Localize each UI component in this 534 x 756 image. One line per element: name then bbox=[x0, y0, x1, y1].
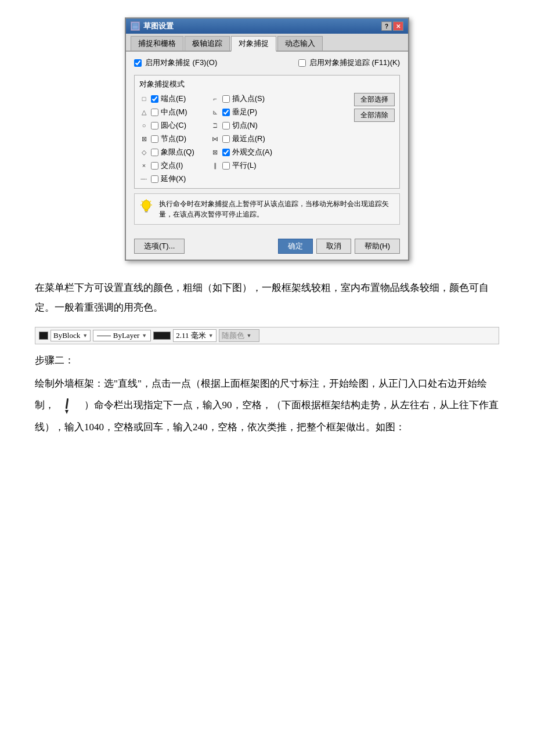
tab-object-snap[interactable]: 对象捕捉 bbox=[231, 36, 276, 52]
insert-label: 插入点(S) bbox=[232, 93, 265, 104]
node-label: 节点(D) bbox=[161, 134, 186, 144]
close-button[interactable]: ✕ bbox=[393, 21, 403, 31]
apparent-checkbox[interactable] bbox=[222, 149, 230, 156]
center-icon: ○ bbox=[139, 121, 149, 130]
bulb-icon bbox=[139, 199, 153, 217]
svg-line-6 bbox=[142, 201, 143, 202]
color-mode-dropdown[interactable]: 随颜色 ▼ bbox=[219, 329, 259, 342]
endpoint-label: 端点(E) bbox=[161, 93, 186, 104]
enable-snap-checkbox[interactable] bbox=[134, 59, 142, 67]
endpoint-icon: □ bbox=[139, 94, 149, 103]
snap-center: ○ 圆心(C) bbox=[139, 120, 194, 131]
bylayer-label: ByLayer bbox=[113, 331, 139, 340]
step-text-part2: ）命令栏出现指定下一点，输入90，空格，（下面根据框架结构走势，从左往右，从上往… bbox=[35, 399, 499, 432]
dialog-footer: 选项(T)... 确定 取消 帮助(H) bbox=[126, 235, 408, 260]
svg-marker-10 bbox=[65, 410, 68, 414]
snap-nearest: ⋈ 最近点(R) bbox=[211, 133, 272, 145]
toolbar-strip: ByBlock ▼ ByLayer ▼ 2.11 毫米 ▼ 随颜色 ▼ bbox=[35, 327, 499, 344]
byblock-label: ByBlock bbox=[53, 331, 80, 340]
midpoint-checkbox[interactable] bbox=[151, 109, 158, 116]
midpoint-icon: △ bbox=[139, 107, 149, 117]
snap-quadrant: ◇ 象限点(Q) bbox=[139, 146, 194, 158]
quadrant-label: 象限点(Q) bbox=[161, 147, 194, 157]
cursor-svg bbox=[60, 397, 78, 415]
intersection-icon: × bbox=[139, 161, 149, 170]
titlebar-controls: ? ✕ bbox=[381, 21, 403, 31]
dialog-wrapper: 草图设置 ? ✕ 捕捉和栅格 极轴追踪 对象捕捉 动态输入 启用对象捕捉 (F3… bbox=[35, 17, 499, 261]
dialog-icon bbox=[131, 21, 140, 31]
insert-checkbox[interactable] bbox=[222, 95, 230, 103]
clear-all-button[interactable]: 全部清除 bbox=[354, 109, 395, 122]
parallel-label: 平行(L) bbox=[232, 160, 257, 171]
snap-apparent: ⊠ 外观交点(A) bbox=[211, 146, 272, 158]
snap-extension: —· 延伸(X) bbox=[139, 173, 194, 185]
parallel-checkbox[interactable] bbox=[222, 162, 230, 170]
node-checkbox[interactable] bbox=[151, 135, 158, 143]
parallel-icon: ∥ bbox=[211, 161, 220, 170]
tangent-checkbox[interactable] bbox=[222, 122, 230, 129]
svg-rect-0 bbox=[132, 23, 138, 29]
draft-settings-dialog: 草图设置 ? ✕ 捕捉和栅格 极轴追踪 对象捕捉 动态输入 启用对象捕捉 (F3… bbox=[125, 17, 409, 261]
nearest-checkbox[interactable] bbox=[222, 135, 230, 143]
node-icon: ⊠ bbox=[139, 134, 149, 143]
step-two-text: 绘制外墙框架：选"直线"，点击一点（根据上面框架图的尺寸标注，开始绘图，从正门入… bbox=[35, 373, 499, 438]
tangent-icon: ℶ bbox=[211, 121, 220, 130]
enable-snap-row: 启用对象捕捉 (F3)(O) bbox=[134, 57, 217, 68]
enable-tracking-checkbox[interactable] bbox=[298, 59, 306, 67]
snap-endpoint: □ 端点(E) bbox=[139, 93, 194, 105]
body-text-1: 在菜单栏下方可设置直线的颜色，粗细（如下图），一般框架线较粗，室内布置物品线条较… bbox=[35, 278, 499, 318]
enable-tracking-row: 启用对象捕捉追踪 (F11)(K) bbox=[298, 57, 400, 68]
svg-rect-3 bbox=[145, 211, 148, 213]
insert-icon: ⌐ bbox=[211, 94, 220, 103]
center-checkbox[interactable] bbox=[151, 122, 158, 129]
footer-right: 确定 取消 帮助(H) bbox=[278, 239, 400, 254]
extension-icon: —· bbox=[139, 174, 149, 183]
snap-modes-box: 对象捕捉模式 □ 端点(E) △ 中点(M) bbox=[134, 75, 400, 189]
options-button[interactable]: 选项(T)... bbox=[134, 239, 185, 254]
extension-label: 延伸(X) bbox=[161, 174, 186, 184]
help-button-footer[interactable]: 帮助(H) bbox=[355, 239, 400, 254]
step-two-title: 步骤二： bbox=[35, 354, 499, 367]
info-text: 执行命令时在对象捕捉点上暂停可从该点追踪，当移动光标时会出现追踪矢量，在该点再次… bbox=[159, 199, 395, 219]
snap-modes-title: 对象捕捉模式 bbox=[139, 79, 395, 89]
svg-point-2 bbox=[142, 200, 150, 210]
ok-button[interactable]: 确定 bbox=[278, 239, 313, 254]
svg-rect-9 bbox=[66, 398, 68, 409]
info-box: 执行命令时在对象捕捉点上暂停可从该点追踪，当移动光标时会出现追踪矢量，在该点再次… bbox=[134, 193, 400, 225]
enable-snap-label: 启用对象捕捉 (F3)(O) bbox=[145, 57, 217, 68]
snap-node: ⊠ 节点(D) bbox=[139, 133, 194, 145]
foot-checkbox[interactable] bbox=[222, 109, 230, 116]
snap-foot: ⊾ 垂足(P) bbox=[211, 106, 272, 118]
dialog-tabs: 捕捉和栅格 极轴追踪 对象捕捉 动态输入 bbox=[126, 34, 408, 52]
snap-parallel: ∥ 平行(L) bbox=[211, 160, 272, 171]
lineweight-dropdown[interactable]: 2.11 毫米 ▼ bbox=[173, 329, 216, 342]
select-all-button[interactable]: 全部选择 bbox=[354, 93, 395, 106]
size-label: 2.11 毫米 bbox=[176, 330, 206, 341]
extension-checkbox[interactable] bbox=[151, 175, 158, 183]
nearest-icon: ⋈ bbox=[211, 134, 220, 143]
quadrant-icon: ◇ bbox=[139, 147, 149, 157]
apparent-icon: ⊠ bbox=[211, 147, 220, 157]
snap-midpoint: △ 中点(M) bbox=[139, 106, 194, 118]
tangent-label: 切点(N) bbox=[232, 120, 258, 131]
endpoint-checkbox[interactable] bbox=[151, 95, 158, 103]
intersection-checkbox[interactable] bbox=[151, 162, 158, 170]
cancel-button[interactable]: 取消 bbox=[316, 239, 351, 254]
color-mode-arrow: ▼ bbox=[247, 333, 252, 339]
color-swatch-black bbox=[39, 332, 48, 340]
dialog-titlebar: 草图设置 ? ✕ bbox=[126, 19, 408, 34]
byblock-dropdown[interactable]: ByBlock ▼ bbox=[50, 330, 91, 341]
enable-tracking-label: 启用对象捕捉追踪 (F11)(K) bbox=[309, 57, 400, 68]
intersection-label: 交点(I) bbox=[161, 160, 183, 171]
tab-dynamic-input[interactable]: 动态输入 bbox=[277, 36, 323, 51]
cursor-area bbox=[60, 397, 78, 415]
midpoint-label: 中点(M) bbox=[161, 107, 187, 117]
linetype-dropdown[interactable]: ByLayer ▼ bbox=[93, 330, 151, 341]
help-button[interactable]: ? bbox=[381, 21, 392, 31]
svg-line-5 bbox=[150, 201, 151, 202]
lineweight-arrow: ▼ bbox=[208, 333, 214, 339]
quadrant-checkbox[interactable] bbox=[151, 149, 158, 156]
snap-buttons: 全部选择 全部清除 bbox=[354, 93, 395, 185]
tab-snap-grid[interactable]: 捕捉和栅格 bbox=[131, 36, 183, 51]
tab-polar-tracking[interactable]: 极轴追踪 bbox=[185, 36, 230, 51]
